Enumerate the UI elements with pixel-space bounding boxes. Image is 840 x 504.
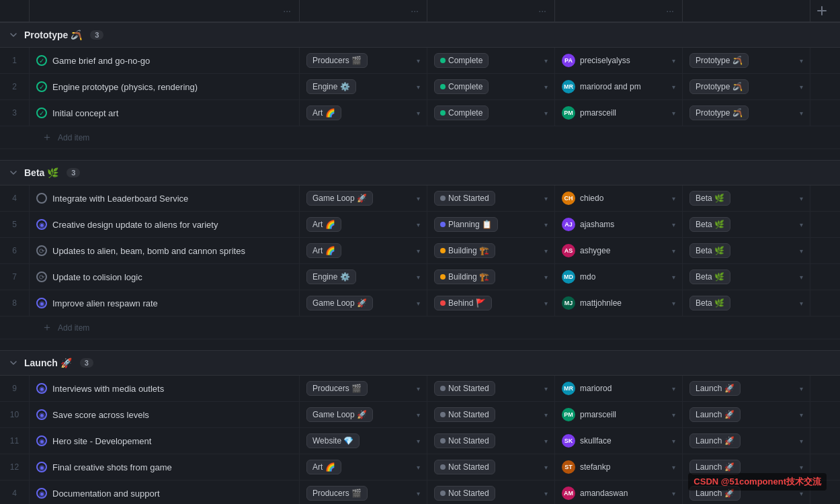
area-dropdown-arrow[interactable]: ▾	[417, 247, 420, 255]
area-tag[interactable]: Website 💎	[306, 433, 360, 448]
title-col-options[interactable]: ···	[283, 5, 291, 16]
milestone-tag[interactable]: Beta 🌿	[689, 269, 730, 284]
status-dropdown-arrow[interactable]: ▾	[544, 83, 548, 91]
area-dropdown-arrow[interactable]: ▾	[417, 110, 420, 117]
milestone-dropdown-arrow[interactable]: ▾	[800, 110, 803, 117]
milestone-tag[interactable]: Beta 🌿	[689, 296, 730, 310]
assignee-dropdown-arrow[interactable]: ▾	[672, 195, 675, 202]
assignee-dropdown-arrow[interactable]: ▾	[672, 110, 675, 117]
add-column-button[interactable]	[817, 6, 827, 15]
area-tag[interactable]: Engine ⚙️	[306, 79, 356, 94]
milestone-tag[interactable]: Beta 🌿	[689, 217, 730, 232]
chevron-icon-beta[interactable]	[8, 167, 19, 178]
status-dropdown-arrow[interactable]: ▾	[544, 221, 548, 228]
milestone-tag[interactable]: Launch 🚀	[689, 460, 741, 474]
milestone-tag[interactable]: Beta 🌿	[689, 243, 730, 258]
chevron-icon-launch[interactable]	[8, 358, 19, 368]
milestone-tag[interactable]: Launch 🚀	[689, 407, 741, 422]
status-tag[interactable]: Not Started	[434, 433, 495, 448]
assignee-dropdown-arrow[interactable]: ▾	[672, 274, 675, 281]
area-dropdown-arrow[interactable]: ▾	[417, 464, 420, 471]
milestone-tag[interactable]: Launch 🚀	[689, 433, 741, 448]
assignee-col-options[interactable]: ···	[666, 5, 674, 16]
milestone-dropdown-arrow[interactable]: ▾	[800, 57, 803, 65]
status-tag[interactable]: Complete	[434, 79, 489, 94]
area-dropdown-arrow[interactable]: ▾	[417, 57, 420, 65]
status-dropdown-arrow[interactable]: ▾	[544, 274, 548, 281]
status-dropdown-arrow[interactable]: ▾	[544, 490, 548, 497]
area-tag[interactable]: Producers 🎬	[306, 381, 368, 396]
milestone-dropdown-arrow[interactable]: ▾	[800, 490, 803, 497]
add-item-row-beta[interactable]: ＋ Add item	[0, 317, 840, 339]
status-dropdown-arrow[interactable]: ▾	[544, 385, 548, 392]
assignee-dropdown-arrow[interactable]: ▾	[672, 385, 675, 392]
milestone-dropdown-arrow[interactable]: ▾	[800, 411, 803, 419]
chevron-icon-prototype[interactable]	[8, 30, 19, 40]
status-tag[interactable]: Behind 🚩	[434, 296, 492, 310]
assignee-dropdown-arrow[interactable]: ▾	[672, 300, 675, 307]
status-tag[interactable]: Not Started	[434, 381, 495, 396]
area-tag[interactable]: Art 🌈	[306, 243, 341, 258]
status-dropdown-arrow[interactable]: ▾	[544, 411, 548, 419]
area-dropdown-arrow[interactable]: ▾	[417, 83, 420, 91]
milestone-tag[interactable]: Prototype 🪃	[689, 53, 749, 68]
milestone-tag[interactable]: Launch 🚀	[689, 381, 741, 396]
add-item-row-prototype[interactable]: ＋ Add item	[0, 126, 840, 149]
area-dropdown-arrow[interactable]: ▾	[417, 385, 420, 392]
status-tag[interactable]: Not Started	[434, 460, 495, 474]
status-dropdown-arrow[interactable]: ▾	[544, 110, 548, 117]
milestone-tag[interactable]: Prototype 🪃	[689, 79, 749, 94]
milestone-tag[interactable]: Prototype 🪃	[689, 106, 749, 120]
area-dropdown-arrow[interactable]: ▾	[417, 490, 420, 497]
milestone-dropdown-arrow[interactable]: ▾	[800, 247, 803, 255]
status-dropdown-arrow[interactable]: ▾	[544, 300, 548, 307]
area-tag[interactable]: Game Loop 🚀	[306, 296, 373, 310]
status-dropdown-arrow[interactable]: ▾	[544, 247, 548, 255]
milestone-dropdown-arrow[interactable]: ▾	[800, 195, 803, 202]
status-dropdown-arrow[interactable]: ▾	[544, 195, 548, 202]
area-col-options[interactable]: ···	[411, 5, 419, 16]
assignee-dropdown-arrow[interactable]: ▾	[672, 57, 675, 65]
milestone-dropdown-arrow[interactable]: ▾	[800, 385, 803, 392]
area-dropdown-arrow[interactable]: ▾	[417, 411, 420, 419]
milestone-dropdown-arrow[interactable]: ▾	[800, 221, 803, 228]
milestone-dropdown-arrow[interactable]: ▾	[800, 274, 803, 281]
status-dropdown-arrow[interactable]: ▾	[544, 437, 548, 445]
assignee-dropdown-arrow[interactable]: ▾	[672, 411, 675, 419]
status-tag[interactable]: Not Started	[434, 486, 495, 501]
area-tag[interactable]: Game Loop 🚀	[306, 191, 373, 206]
assignee-dropdown-arrow[interactable]: ▾	[672, 83, 675, 91]
assignee-dropdown-arrow[interactable]: ▾	[672, 247, 675, 255]
status-tag[interactable]: Building 🏗️	[434, 243, 495, 258]
assignee-dropdown-arrow[interactable]: ▾	[672, 490, 675, 497]
area-tag[interactable]: Art 🌈	[306, 460, 341, 474]
status-dropdown-arrow[interactable]: ▾	[544, 57, 548, 65]
status-tag[interactable]: Building 🏗️	[434, 269, 495, 284]
area-dropdown-arrow[interactable]: ▾	[417, 274, 420, 281]
assignee-dropdown-arrow[interactable]: ▾	[672, 437, 675, 445]
milestone-tag[interactable]: Beta 🌿	[689, 191, 730, 206]
status-tag[interactable]: Not Started	[434, 191, 495, 206]
status-tag[interactable]: Complete	[434, 53, 489, 68]
status-dropdown-arrow[interactable]: ▾	[544, 464, 548, 471]
area-tag[interactable]: Engine ⚙️	[306, 269, 356, 284]
status-tag[interactable]: Complete	[434, 106, 489, 120]
area-tag[interactable]: Producers 🎬	[306, 486, 368, 501]
area-dropdown-arrow[interactable]: ▾	[417, 221, 420, 228]
assignee-dropdown-arrow[interactable]: ▾	[672, 221, 675, 228]
status-tag[interactable]: Planning 📋	[434, 217, 498, 232]
milestone-dropdown-arrow[interactable]: ▾	[800, 464, 803, 471]
area-tag[interactable]: Game Loop 🚀	[306, 407, 373, 422]
area-dropdown-arrow[interactable]: ▾	[417, 195, 420, 202]
assignee-dropdown-arrow[interactable]: ▾	[672, 464, 675, 471]
area-dropdown-arrow[interactable]: ▾	[417, 437, 420, 445]
area-tag[interactable]: Art 🌈	[306, 217, 341, 232]
area-tag[interactable]: Producers 🎬	[306, 53, 368, 68]
status-tag[interactable]: Not Started	[434, 407, 495, 422]
area-dropdown-arrow[interactable]: ▾	[417, 300, 420, 307]
area-tag[interactable]: Art 🌈	[306, 106, 341, 120]
status-col-options[interactable]: ···	[538, 5, 546, 16]
milestone-dropdown-arrow[interactable]: ▾	[800, 83, 803, 91]
milestone-dropdown-arrow[interactable]: ▾	[800, 437, 803, 445]
milestone-dropdown-arrow[interactable]: ▾	[800, 300, 803, 307]
